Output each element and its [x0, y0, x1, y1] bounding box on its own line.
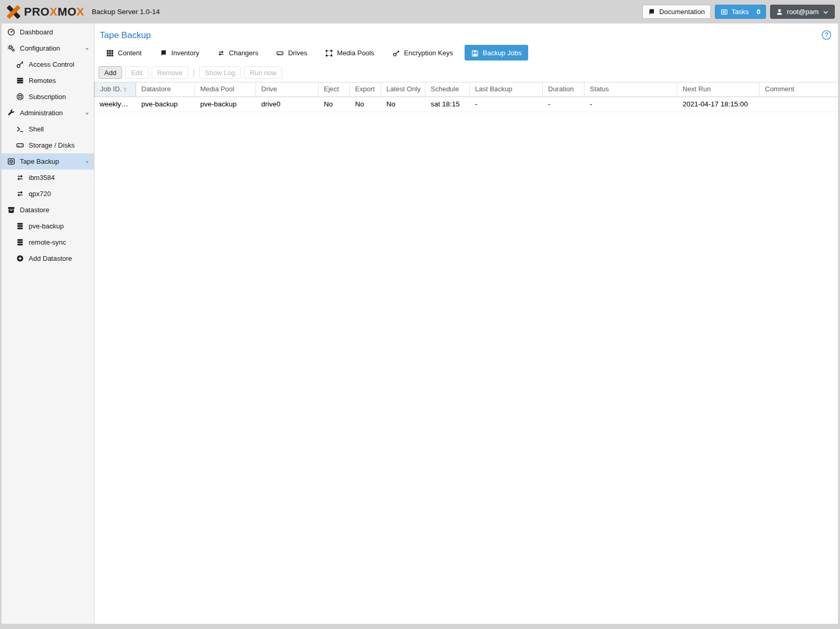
sidebar-item-ibm3584[interactable]: ibm3584 [2, 170, 94, 186]
tab-media-pools[interactable]: Media Pools [319, 45, 381, 61]
cell-comment [760, 97, 838, 112]
hdd-icon [276, 49, 284, 57]
column-header-job-id[interactable]: Job ID. [94, 82, 136, 96]
sidebar: Dashboard Configuration Access Control R… [2, 23, 94, 624]
column-header-schedule[interactable]: Schedule [425, 82, 470, 96]
tasks-button[interactable]: Tasks 0 [715, 5, 766, 19]
toolbar-separator [193, 68, 194, 77]
cell-media-pool: pve-backup [195, 97, 256, 112]
sidebar-item-subscription[interactable]: Subscription [2, 89, 94, 105]
cell-job-id: weekly… [94, 97, 136, 112]
run-now-button[interactable]: Run now [244, 66, 282, 79]
hdd-icon [16, 141, 25, 149]
caret-down-icon[interactable] [84, 158, 90, 165]
sidebar-item-configuration[interactable]: Configuration [2, 40, 94, 56]
database-icon [16, 222, 25, 230]
task-list-icon [721, 8, 728, 16]
user-menu-button[interactable]: root@pam [770, 5, 835, 19]
cell-last-backup: - [470, 97, 543, 112]
cell-latest-only: No [381, 97, 425, 112]
sidebar-item-shell[interactable]: Shell [2, 121, 94, 137]
exchange-icon [16, 190, 25, 198]
tab-changers[interactable]: Changers [211, 45, 265, 61]
column-header-eject[interactable]: Eject [319, 82, 350, 96]
column-header-next-run[interactable]: Next Run [677, 82, 760, 96]
chevron-down-icon [822, 8, 829, 16]
sidebar-item-add-datastore[interactable]: Add Datastore [2, 250, 94, 267]
help-icon[interactable] [821, 30, 832, 40]
sidebar-item-datastore[interactable]: Datastore [2, 202, 94, 218]
database-icon [16, 238, 25, 246]
sidebar-item-storage-disks[interactable]: Storage / Disks [2, 137, 94, 153]
tab-inventory[interactable]: Inventory [153, 45, 206, 61]
remotes-icon [16, 77, 25, 84]
column-header-drive[interactable]: Drive [256, 82, 319, 96]
tab-bar: Content Inventory Changers Drives Media … [94, 45, 838, 64]
plus-circle-icon [16, 255, 25, 262]
proxmox-logo[interactable]: PROXMOX [5, 4, 84, 20]
sidebar-item-pve-backup[interactable]: pve-backup [2, 218, 94, 234]
tasks-count-badge: 0 [757, 8, 760, 16]
page-title: Tape Backup [100, 30, 151, 40]
caret-down-icon[interactable] [84, 109, 90, 117]
cell-drive: drive0 [256, 97, 319, 112]
sidebar-item-dashboard[interactable]: Dashboard [2, 24, 94, 40]
cell-schedule: sat 18:15 [425, 97, 470, 112]
exchange-icon [16, 174, 25, 182]
product-title: Backup Server 1.0-14 [92, 8, 160, 16]
terminal-icon [16, 125, 25, 133]
sort-ascending-icon [122, 85, 128, 93]
key-icon [393, 49, 400, 57]
column-header-status[interactable]: Status [585, 82, 677, 96]
grid-icon [106, 49, 114, 57]
exchange-icon [217, 49, 225, 57]
column-header-last-backup[interactable]: Last Backup [470, 82, 543, 96]
sidebar-item-remote-sync[interactable]: remote-sync [2, 234, 94, 250]
grid-toolbar: Add Edit Remove Show Log Run now [94, 64, 838, 82]
cell-duration: - [543, 97, 585, 112]
user-icon [776, 8, 783, 16]
column-header-latest-only[interactable]: Latest Only [381, 82, 425, 96]
proxmox-x-icon [5, 4, 22, 20]
table-header-row: Job ID. Datastore Media Pool Drive Eject… [94, 82, 838, 97]
proxmox-logo-text: PROXMOX [24, 5, 84, 19]
cell-status: - [585, 97, 677, 112]
table-empty-area [94, 112, 838, 624]
sidebar-item-remotes[interactable]: Remotes [2, 72, 94, 89]
gears-icon [7, 44, 16, 52]
edit-button[interactable]: Edit [125, 66, 148, 79]
table-row[interactable]: weekly… pve-backup pve-backup drive0 No … [94, 97, 838, 112]
life-ring-icon [16, 93, 25, 101]
add-button[interactable]: Add [99, 66, 122, 79]
column-header-duration[interactable]: Duration [543, 82, 585, 96]
cell-datastore: pve-backup [136, 97, 195, 112]
remove-button[interactable]: Remove [152, 66, 188, 79]
documentation-button[interactable]: Documentation [642, 5, 710, 19]
tab-drives[interactable]: Drives [270, 45, 314, 61]
tab-backup-jobs[interactable]: Backup Jobs [465, 45, 528, 61]
column-header-export[interactable]: Export [350, 82, 381, 96]
caret-down-icon[interactable] [84, 44, 90, 52]
book-icon [160, 49, 167, 57]
cell-next-run: 2021-04-17 18:15:00 [677, 97, 760, 112]
archive-icon [7, 206, 16, 214]
sidebar-item-qpx720[interactable]: qpx720 [2, 186, 94, 202]
object-group-icon [325, 49, 333, 57]
tab-encryption-keys[interactable]: Encryption Keys [386, 45, 460, 61]
key-icon [16, 61, 25, 68]
cell-eject: No [319, 97, 350, 112]
sidebar-item-administration[interactable]: Administration [2, 105, 94, 121]
backup-jobs-table: Job ID. Datastore Media Pool Drive Eject… [94, 82, 838, 624]
content-panel: Tape Backup Content Inventory Changers D… [94, 23, 838, 624]
top-bar: PROXMOX Backup Server 1.0-14 Documentati… [0, 0, 840, 23]
dashboard-icon [7, 28, 16, 36]
sidebar-item-tape-backup[interactable]: Tape Backup [2, 153, 94, 170]
column-header-media-pool[interactable]: Media Pool [195, 82, 256, 96]
tab-content[interactable]: Content [100, 45, 149, 61]
wrench-icon [7, 109, 16, 117]
cell-export: No [350, 97, 381, 112]
show-log-button[interactable]: Show Log [199, 66, 241, 79]
column-header-datastore[interactable]: Datastore [136, 82, 195, 96]
sidebar-item-access-control[interactable]: Access Control [2, 56, 94, 72]
column-header-comment[interactable]: Comment [760, 82, 838, 96]
